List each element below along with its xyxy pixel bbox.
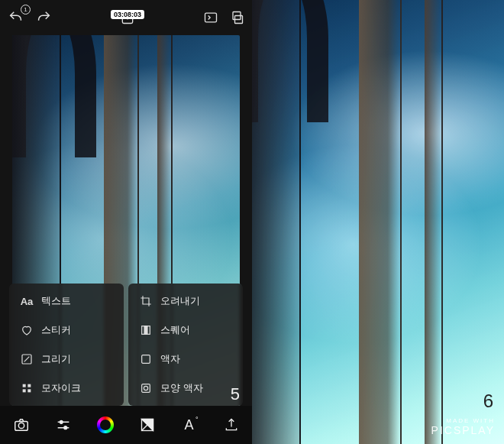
page-number-left: 5 <box>231 384 240 404</box>
tool-label: 텍스트 <box>41 294 71 308</box>
tool-label: 스퀘어 <box>160 323 190 337</box>
svg-rect-7 <box>23 389 26 392</box>
svg-rect-8 <box>27 389 31 392</box>
tool-label: 그리기 <box>41 352 71 366</box>
editor-panel: 1 03:08:03 <box>0 0 252 444</box>
svg-rect-10 <box>144 326 147 335</box>
svg-rect-12 <box>142 384 150 393</box>
svg-point-13 <box>144 386 147 390</box>
tool-label: 액자 <box>160 352 180 366</box>
layers-button[interactable] <box>229 10 244 25</box>
square-icon <box>139 324 153 336</box>
svg-rect-5 <box>23 384 26 387</box>
text-tool-button[interactable]: A° <box>176 411 203 439</box>
svg-point-17 <box>63 426 66 429</box>
color-button[interactable] <box>92 411 119 439</box>
svg-rect-6 <box>27 384 31 387</box>
tool-popup-left: Aa 텍스트 스티커 그리기 모자이크 <box>9 284 124 406</box>
draw-icon <box>20 353 34 365</box>
timestamp-badge: 03:08:03 <box>111 10 144 19</box>
adjust-button[interactable] <box>50 411 77 439</box>
output-panel: 6 MADE WITH PICSPLAY <box>252 0 504 444</box>
watermark-brand: PICSPLAY <box>431 424 495 436</box>
tool-crop[interactable]: 오려내기 <box>128 287 243 316</box>
undo-button[interactable]: 1 <box>8 9 24 26</box>
watermark: MADE WITH PICSPLAY <box>431 417 495 436</box>
page-number-right: 6 <box>483 391 493 412</box>
tool-text[interactable]: Aa 텍스트 <box>9 287 124 316</box>
redo-button[interactable] <box>35 9 52 26</box>
tool-label: 모양 액자 <box>160 381 203 395</box>
tool-draw[interactable]: 그리기 <box>9 345 124 374</box>
watermark-top: MADE WITH <box>431 417 495 424</box>
tool-square[interactable]: 스퀘어 <box>128 316 243 345</box>
export-button[interactable] <box>218 411 245 439</box>
tool-label: 스티커 <box>41 323 71 337</box>
svg-rect-11 <box>142 355 150 364</box>
compare-button[interactable] <box>203 10 218 25</box>
text-icon: Aa <box>20 296 34 307</box>
top-toolbar: 1 03:08:03 <box>0 0 252 35</box>
shape-frame-icon <box>139 382 153 394</box>
svg-point-15 <box>18 423 24 428</box>
tool-sticker[interactable]: 스티커 <box>9 316 124 345</box>
bottom-toolbar: A° <box>0 406 252 444</box>
tool-label: 오려내기 <box>160 294 200 308</box>
crop-icon <box>139 295 153 307</box>
tool-frame[interactable]: 액자 <box>128 345 243 374</box>
svg-point-16 <box>60 421 63 424</box>
tool-label: 모자이크 <box>41 381 81 395</box>
heart-icon <box>20 324 34 336</box>
output-photo <box>252 0 504 444</box>
tool-mosaic[interactable]: 모자이크 <box>9 374 124 403</box>
undo-count-badge: 1 <box>21 5 31 15</box>
frame-icon <box>139 353 153 365</box>
mosaic-icon <box>20 382 34 394</box>
contrast-button[interactable] <box>134 411 161 439</box>
tool-popup: Aa 텍스트 스티커 그리기 모자이크 <box>9 284 243 406</box>
color-ring-icon <box>97 416 114 433</box>
camera-button[interactable] <box>8 411 35 439</box>
tool-shape-frame[interactable]: 모양 액자 <box>128 374 243 403</box>
tool-popup-right: 오려내기 스퀘어 액자 모양 액자 5 <box>128 284 243 406</box>
